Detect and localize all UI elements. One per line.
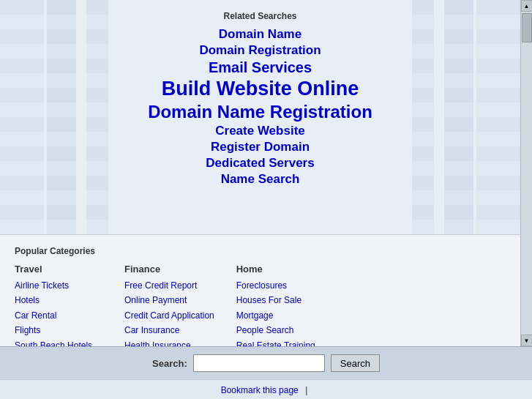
category-heading-home: Home	[236, 264, 324, 275]
category-link-houses-for-sale[interactable]: Houses For Sale	[236, 293, 324, 307]
search-link-domain-registration[interactable]: Domain Registration	[15, 43, 506, 58]
category-link-south-beach-hotels[interactable]: South Beach Hotels	[15, 338, 102, 346]
search-link-dedicated-servers[interactable]: Dedicated Servers	[15, 156, 506, 171]
search-link-email-services[interactable]: Email Services	[15, 59, 506, 76]
scrollbar[interactable]: ▲ ▼	[520, 0, 532, 346]
category-link-online-payment[interactable]: Online Payment	[124, 293, 214, 307]
search-bar: Search: Search	[0, 346, 532, 379]
search-link-domain-name[interactable]: Domain Name	[15, 27, 506, 42]
bookmark-link[interactable]: Bookmark this page	[221, 385, 299, 395]
category-link-airline-tickets[interactable]: Airline Tickets	[15, 278, 102, 293]
scrollbar-thumb[interactable]	[522, 13, 532, 42]
category-link-car-rental[interactable]: Car Rental	[15, 308, 102, 323]
category-link-foreclosures[interactable]: Foreclosures	[236, 278, 324, 293]
bottom-separator: |	[305, 385, 307, 395]
scroll-down-button[interactable]: ▼	[521, 335, 533, 346]
search-link-create-website[interactable]: Create Website	[15, 124, 506, 138]
category-link-real-estate-training[interactable]: Real Estate Training	[236, 338, 324, 346]
search-input[interactable]	[193, 354, 325, 372]
search-label: Search:	[152, 358, 187, 369]
popular-categories-title: Popular Categories	[15, 246, 506, 256]
category-heading-finance: Finance	[124, 264, 214, 275]
search-button[interactable]: Search	[331, 354, 380, 372]
popular-categories-section: Popular Categories Travel Airline Ticket…	[0, 234, 520, 346]
category-link-flights[interactable]: Flights	[15, 323, 102, 338]
category-col-home: Home Foreclosures Houses For Sale Mortga…	[236, 264, 324, 346]
search-link-name-search[interactable]: Name Search	[15, 172, 506, 187]
category-link-free-credit-report[interactable]: Free Credit Report	[124, 278, 214, 293]
related-searches-title: Related Searches	[15, 11, 506, 21]
category-heading-travel: Travel	[15, 264, 102, 275]
category-link-mortgage[interactable]: Mortgage	[236, 308, 324, 323]
search-link-domain-name-registration[interactable]: Domain Name Registration	[15, 102, 506, 122]
related-searches-section: Related Searches Domain Name Domain Regi…	[0, 0, 520, 234]
search-link-build-website-online[interactable]: Build Website Online	[15, 78, 506, 100]
categories-grid: Travel Airline Tickets Hotels Car Rental…	[15, 264, 506, 346]
category-link-health-insurance[interactable]: Health Insurance	[124, 338, 214, 346]
category-col-travel: Travel Airline Tickets Hotels Car Rental…	[15, 264, 102, 346]
search-link-register-domain[interactable]: Register Domain	[15, 140, 506, 154]
category-link-car-insurance[interactable]: Car Insurance	[124, 323, 214, 338]
scroll-up-button[interactable]: ▲	[521, 0, 533, 12]
category-link-people-search[interactable]: People Search	[236, 323, 324, 338]
category-link-hotels[interactable]: Hotels	[15, 293, 102, 307]
category-col-finance: Finance Free Credit Report Online Paymen…	[124, 264, 214, 346]
bottom-bar: Bookmark this page |	[0, 379, 532, 399]
category-link-credit-card-application[interactable]: Credit Card Application	[124, 308, 214, 323]
